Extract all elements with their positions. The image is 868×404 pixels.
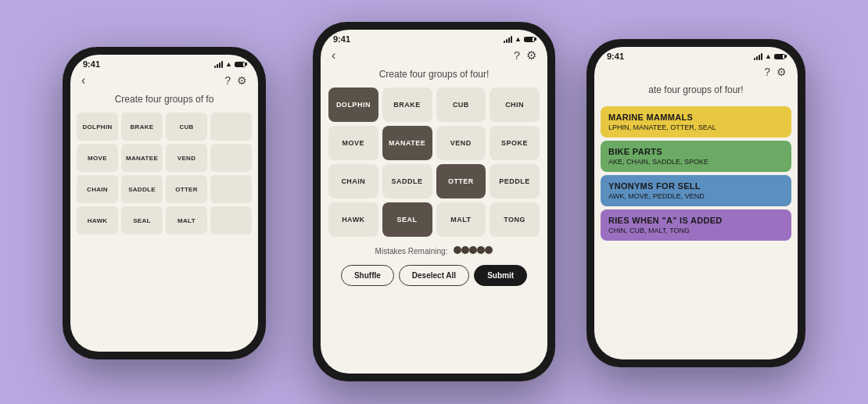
tile-dolphin-c[interactable]: DOLPHIN	[328, 88, 378, 122]
result-card-added: RIES WHEN "A" IS ADDED CHIN, CUB, MALT, …	[601, 209, 791, 241]
tile-malt-c[interactable]: MALT	[436, 202, 486, 237]
time-left: 9:41	[83, 59, 100, 69]
btn-row: Shuffle Deselect All Submit	[321, 262, 547, 286]
mistakes-label: Mistakes Remaining:	[375, 247, 448, 256]
result-words-marine: LPHIN, MANATEE, OTTER, SEAL	[608, 123, 784, 131]
time-center: 9:41	[333, 34, 350, 44]
tile-manatee-l[interactable]: MANATEE	[121, 144, 163, 172]
tile-seal-c[interactable]: SEAL	[382, 202, 432, 237]
mistake-dot-0	[454, 246, 461, 254]
mistakes-row: Mistakes Remaining:	[321, 237, 547, 262]
instruction-right: ate four groups of four!	[594, 84, 798, 103]
wifi-icon-center: ▲	[515, 35, 522, 43]
tile-saddle-c[interactable]: SADDLE	[382, 164, 432, 198]
signal-icon-center	[504, 36, 512, 43]
tile-hawk-c[interactable]: HAWK	[328, 202, 378, 237]
tile-saddle-l[interactable]: SADDLE	[121, 175, 163, 203]
help-icon-right[interactable]: ?	[764, 66, 770, 78]
tile-vend-c[interactable]: VEND	[436, 126, 486, 160]
tile-spoke-c[interactable]: SPOKE	[490, 126, 540, 160]
phone-right: 9:41 ▲ ? ⚙ ate four groups of four! MARI…	[586, 39, 805, 367]
battery-icon-center	[524, 37, 535, 42]
nav-bar-left: ‹ ? ⚙	[70, 70, 258, 94]
tile-chin-c[interactable]: CHIN	[490, 88, 540, 122]
tile-peddle-c[interactable]: PEDDLE	[490, 164, 540, 198]
result-card-sell: YNONYMS FOR SELL AWK, MOVE, PEDDLE, VEND	[601, 175, 791, 206]
result-title-sell: YNONYMS FOR SELL	[608, 181, 784, 191]
tile-cub-c[interactable]: CUB	[436, 88, 486, 122]
word-grid-center: DOLPHINBRAKECUBCHINMOVEMANATEEVENDSPOKEC…	[321, 88, 547, 237]
tile-move-c[interactable]: MOVE	[328, 126, 378, 160]
status-bar-center: 9:41 ▲	[321, 30, 547, 45]
phone-left: 9:41 ▲ ‹ ? ⚙ Create four groups of fo DO…	[63, 47, 266, 359]
status-bar-left: 9:41 ▲	[70, 55, 258, 70]
result-card-marine: MARINE MAMMALS LPHIN, MANATEE, OTTER, SE…	[601, 106, 791, 138]
shuffle-button[interactable]: Shuffle	[341, 265, 394, 286]
signal-icon-left	[214, 61, 223, 68]
mistake-dot-3	[477, 246, 485, 254]
result-words-added: CHIN, CUB, MALT, TONG	[608, 227, 784, 234]
deselect-button[interactable]: Deselect All	[399, 265, 469, 286]
help-icon-center[interactable]: ?	[514, 48, 520, 63]
tile-brake-l[interactable]: BRAKE	[121, 113, 163, 141]
tile-seal-l[interactable]: SEAL	[121, 206, 163, 234]
gear-icon-left[interactable]: ⚙	[237, 74, 247, 87]
status-icons-center: ▲	[504, 35, 535, 43]
tile-empty3-l	[210, 175, 252, 203]
tile-empty1-l	[210, 113, 252, 141]
status-bar-right: 9:41 ▲	[594, 47, 798, 63]
wifi-icon-left: ▲	[225, 60, 232, 68]
mistake-dot-2	[469, 246, 477, 254]
tile-otter-c[interactable]: OTTER	[436, 164, 486, 198]
tile-empty2-l	[210, 144, 252, 172]
result-words-bike: AKE, CHAIN, SADDLE, SPOKE	[608, 158, 784, 166]
status-icons-left: ▲	[214, 60, 246, 68]
tile-brake-c[interactable]: BRAKE	[382, 88, 432, 122]
result-title-added: RIES WHEN "A" IS ADDED	[608, 216, 784, 225]
back-icon-center[interactable]: ‹	[332, 48, 335, 63]
instruction-left: Create four groups of fo	[70, 94, 258, 113]
tile-tong-c[interactable]: TONG	[490, 202, 540, 237]
back-icon-left[interactable]: ‹	[81, 73, 85, 88]
instruction-center: Create four groups of four!	[321, 69, 547, 88]
mistake-dot-1	[461, 246, 469, 254]
submit-button[interactable]: Submit	[474, 265, 527, 286]
wifi-icon-right: ▲	[765, 52, 772, 60]
time-right: 9:41	[607, 52, 624, 61]
signal-icon-right	[754, 53, 762, 60]
nav-bar-center: ‹ ? ⚙	[321, 45, 547, 69]
tile-manatee-c[interactable]: MANATEE	[382, 126, 432, 160]
tile-move-l[interactable]: MOVE	[77, 144, 118, 172]
result-words-sell: AWK, MOVE, PEDDLE, VEND	[608, 192, 784, 200]
tile-hawk-l[interactable]: HAWK	[77, 206, 118, 234]
battery-icon-right	[774, 54, 785, 59]
tile-dolphin-l[interactable]: DOLPHIN	[77, 113, 118, 141]
nav-bar-right: ? ⚙	[594, 63, 798, 84]
help-icon-left[interactable]: ?	[224, 74, 231, 87]
phone-center: 9:41 ▲ ‹ ? ⚙ Create four groups of four!…	[313, 22, 555, 381]
tile-malt-l[interactable]: MALT	[166, 206, 207, 234]
dots-container	[454, 246, 493, 256]
result-title-marine: MARINE MAMMALS	[608, 113, 784, 122]
tile-cub-l[interactable]: CUB	[166, 113, 207, 141]
result-card-bike: BIKE PARTS AKE, CHAIN, SADDLE, SPOKE	[601, 141, 791, 172]
tile-chain-c[interactable]: CHAIN	[328, 164, 378, 198]
gear-icon-center[interactable]: ⚙	[526, 48, 536, 63]
result-title-bike: BIKE PARTS	[608, 147, 784, 156]
tile-chain-l[interactable]: CHAIN	[77, 175, 118, 203]
battery-icon-left	[235, 62, 246, 67]
mistake-dot-4	[485, 246, 493, 254]
gear-icon-right[interactable]: ⚙	[777, 66, 787, 78]
tile-vend-l[interactable]: VEND	[166, 144, 207, 172]
tile-empty4-l	[210, 206, 252, 234]
status-icons-right: ▲	[754, 52, 785, 60]
word-grid-left: DOLPHIN BRAKE CUB MOVE MANATEE VEND CHAI…	[70, 113, 258, 234]
tile-otter-l[interactable]: OTTER	[166, 175, 207, 203]
